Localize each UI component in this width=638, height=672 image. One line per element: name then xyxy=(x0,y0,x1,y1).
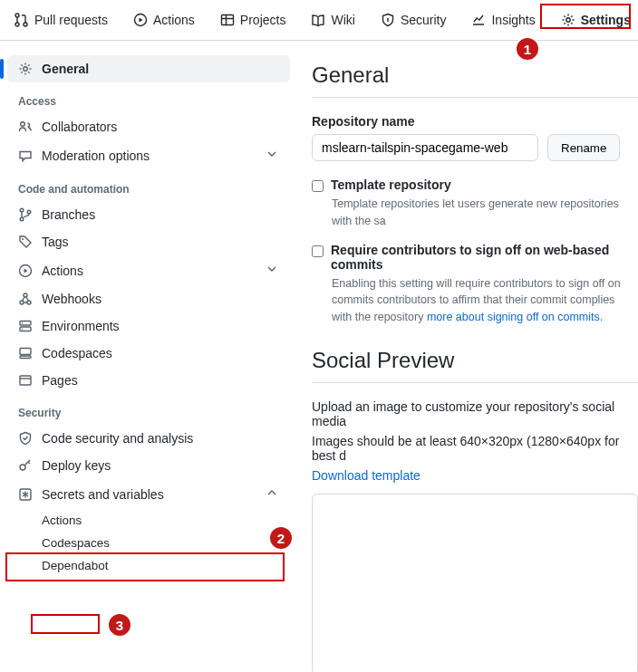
book-icon xyxy=(311,13,325,27)
repo-name-label: Repository name xyxy=(312,114,638,129)
sidebar-item-label: General xyxy=(42,62,89,76)
repo-name-input[interactable] xyxy=(312,134,538,161)
template-repo-desc: Template repositories let users generate… xyxy=(332,196,638,230)
sidebar-item-label: Environments xyxy=(42,319,120,333)
sidebar-item-codespaces[interactable]: Codespaces xyxy=(7,340,290,367)
sidebar-item-label: Secrets and variables xyxy=(42,487,164,502)
tag-icon xyxy=(18,235,33,249)
sidebar-group-access: Access xyxy=(7,82,290,113)
svg-point-7 xyxy=(24,67,27,71)
sidebar-sub-dependabot[interactable]: Dependabot xyxy=(7,554,290,577)
table-icon xyxy=(220,13,235,27)
svg-point-6 xyxy=(566,18,570,22)
svg-point-12 xyxy=(22,238,24,240)
rename-button[interactable]: Rename xyxy=(547,134,620,161)
git-pull-icon xyxy=(14,13,29,27)
gear-icon xyxy=(18,62,33,76)
shield-check-icon xyxy=(18,431,33,446)
chevron-down-icon xyxy=(265,147,279,164)
svg-point-10 xyxy=(20,217,24,221)
svg-point-14 xyxy=(24,293,27,297)
sidebar-item-label: Webhooks xyxy=(42,292,102,306)
sidebar-item-label: Actions xyxy=(42,264,83,278)
svg-rect-22 xyxy=(20,356,31,359)
play-circle-icon xyxy=(18,264,33,278)
sidebar-item-actions[interactable]: Actions xyxy=(7,255,290,285)
svg-point-9 xyxy=(20,208,24,212)
tab-label: Security xyxy=(401,13,447,27)
tab-label: Actions xyxy=(153,13,195,27)
svg-rect-17 xyxy=(20,322,31,326)
svg-point-19 xyxy=(22,322,23,323)
svg-point-24 xyxy=(20,465,25,470)
key-icon xyxy=(18,458,33,473)
svg-point-8 xyxy=(21,122,25,127)
template-repo-label: Template repository xyxy=(331,178,451,192)
signoff-checkbox[interactable] xyxy=(312,245,324,257)
people-icon xyxy=(18,120,33,134)
comment-icon xyxy=(18,149,33,163)
svg-rect-21 xyxy=(20,349,31,355)
sidebar-item-general[interactable]: General xyxy=(7,55,290,82)
svg-point-5 xyxy=(387,18,389,20)
settings-content: General Repository name Rename Template … xyxy=(290,41,638,672)
asterisk-icon xyxy=(18,487,33,502)
browser-icon xyxy=(18,373,33,388)
sidebar-item-secrets[interactable]: Secrets and variables xyxy=(7,479,290,509)
chevron-down-icon xyxy=(265,262,279,279)
sidebar-sub-codespaces[interactable]: Codespaces xyxy=(7,532,290,554)
svg-rect-23 xyxy=(20,376,31,385)
sidebar-item-tags[interactable]: Tags xyxy=(7,228,290,255)
signoff-learn-more-link[interactable]: more about signing off on commits. xyxy=(427,311,603,323)
template-repo-checkbox[interactable] xyxy=(312,180,324,192)
settings-sidebar: General Access Collaborators Moderation … xyxy=(0,41,290,672)
tab-label: Settings xyxy=(581,13,631,27)
play-circle-icon xyxy=(133,13,148,27)
svg-point-16 xyxy=(27,301,31,304)
sidebar-item-label: Moderation options xyxy=(42,149,150,163)
signoff-desc: Enabling this setting will require contr… xyxy=(332,275,638,326)
download-template-link[interactable]: Download template xyxy=(312,468,638,483)
tab-label: Wiki xyxy=(331,13,354,27)
svg-point-11 xyxy=(27,210,31,214)
sidebar-item-label: Branches xyxy=(42,207,95,222)
sidebar-item-environments[interactable]: Environments xyxy=(7,312,290,340)
svg-rect-18 xyxy=(20,327,31,331)
svg-point-20 xyxy=(22,329,23,330)
sidebar-item-label: Tags xyxy=(42,235,69,249)
svg-point-0 xyxy=(15,14,19,17)
tab-label: Insights xyxy=(491,13,535,27)
sidebar-item-label: Pages xyxy=(42,373,78,388)
webhook-icon xyxy=(18,292,33,306)
signoff-label: Require contributors to sign off on web-… xyxy=(331,243,638,272)
tab-label: Projects xyxy=(240,13,286,27)
sidebar-group-code: Code and automation xyxy=(7,170,290,201)
svg-point-15 xyxy=(20,301,24,304)
sidebar-item-branches[interactable]: Branches xyxy=(7,201,290,228)
tab-projects[interactable]: Projects xyxy=(211,7,295,33)
sidebar-item-label: Code security and analysis xyxy=(42,431,193,446)
sidebar-sub-actions[interactable]: Actions xyxy=(7,509,290,532)
tab-security[interactable]: Security xyxy=(372,7,456,33)
sidebar-item-moderation[interactable]: Moderation options xyxy=(7,140,290,170)
shield-icon xyxy=(381,13,395,27)
sidebar-item-label: Deploy keys xyxy=(42,458,111,473)
svg-point-1 xyxy=(15,23,19,26)
sidebar-item-deploy-keys[interactable]: Deploy keys xyxy=(7,452,290,479)
sidebar-item-webhooks[interactable]: Webhooks xyxy=(7,285,290,312)
branch-icon xyxy=(18,207,33,222)
tab-actions[interactable]: Actions xyxy=(124,7,204,33)
chevron-up-icon xyxy=(265,485,279,503)
sidebar-item-pages[interactable]: Pages xyxy=(7,367,290,394)
tab-wiki[interactable]: Wiki xyxy=(302,7,363,33)
sidebar-item-code-security[interactable]: Code security and analysis xyxy=(7,425,290,452)
sidebar-item-label: Codespaces xyxy=(42,346,112,360)
tab-settings[interactable]: Settings xyxy=(552,7,638,33)
server-icon xyxy=(18,319,33,333)
tab-insights[interactable]: Insights xyxy=(462,7,544,33)
social-preview-dropzone[interactable] xyxy=(312,494,638,672)
social-preview-heading: Social Preview xyxy=(312,348,638,383)
social-preview-dims: Images should be at least 640×320px (128… xyxy=(312,434,638,463)
tab-pull-requests[interactable]: Pull requests xyxy=(5,7,117,33)
sidebar-item-collaborators[interactable]: Collaborators xyxy=(7,113,290,140)
